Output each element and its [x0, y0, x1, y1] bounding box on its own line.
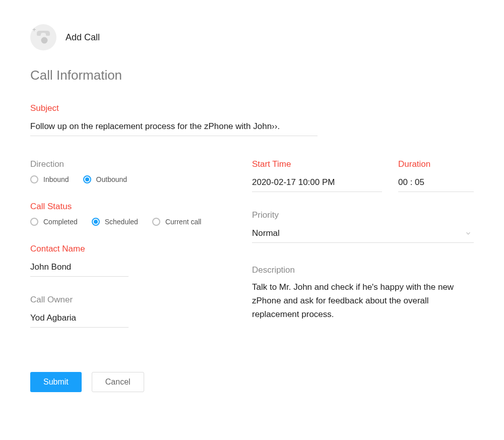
priority-select[interactable] [252, 225, 474, 243]
subject-label: Subject [30, 103, 474, 113]
radio-label: Scheduled [105, 218, 138, 226]
radio-icon [92, 218, 100, 226]
priority-field: Priority [252, 210, 474, 243]
page-title: Add Call [66, 32, 100, 43]
call-status-radio-current[interactable]: Current call [152, 218, 202, 226]
description-field: Description Talk to Mr. John and check i… [252, 265, 474, 322]
form-header: + Add Call [30, 24, 474, 50]
duration-field: Duration [398, 159, 474, 192]
submit-button[interactable]: Submit [30, 372, 82, 392]
contact-name-field: Contact Name [30, 244, 232, 277]
radio-label: Outbound [96, 175, 128, 183]
radio-label: Current call [165, 218, 202, 226]
telephone-icon [34, 28, 52, 46]
form-actions: Submit Cancel [30, 372, 474, 392]
start-time-field: Start Time [252, 159, 382, 192]
call-status-label: Call Status [30, 202, 232, 212]
subject-input[interactable] [30, 118, 318, 136]
description-text[interactable]: Talk to Mr. John and check if he's happy… [252, 280, 474, 322]
start-time-input[interactable] [252, 174, 382, 192]
radio-icon [30, 218, 38, 226]
phone-add-icon: + [30, 24, 56, 50]
radio-label: Inbound [43, 175, 69, 183]
call-status-field: Call Status Completed Scheduled Current … [30, 202, 232, 226]
direction-radio-group: Inbound Outbound [30, 175, 232, 183]
radio-icon [152, 218, 160, 226]
call-owner-input[interactable] [30, 310, 129, 328]
priority-label: Priority [252, 210, 474, 220]
radio-icon [30, 175, 38, 183]
section-title: Call Information [30, 68, 474, 83]
add-call-form: + Add Call Call Information Subject Dire… [0, 0, 504, 422]
call-owner-field: Call Owner [30, 295, 232, 328]
description-label: Description [252, 265, 474, 275]
direction-radio-inbound[interactable]: Inbound [30, 175, 69, 183]
direction-field: Direction Inbound Outbound [30, 159, 232, 183]
subject-field: Subject [30, 103, 474, 136]
right-column: Start Time Duration Priority De [252, 159, 474, 346]
cancel-button[interactable]: Cancel [92, 372, 144, 392]
contact-name-input[interactable] [30, 259, 129, 277]
call-status-radio-group: Completed Scheduled Current call [30, 218, 232, 226]
duration-input[interactable] [398, 174, 474, 192]
radio-icon [83, 175, 91, 183]
svg-point-0 [41, 37, 48, 44]
duration-label: Duration [398, 159, 474, 169]
contact-name-label: Contact Name [30, 244, 232, 254]
direction-radio-outbound[interactable]: Outbound [83, 175, 128, 183]
call-owner-label: Call Owner [30, 295, 232, 305]
start-time-label: Start Time [252, 159, 382, 169]
call-status-radio-completed[interactable]: Completed [30, 218, 78, 226]
direction-label: Direction [30, 159, 232, 169]
time-row: Start Time Duration [252, 159, 474, 192]
left-column: Direction Inbound Outbound Call Status [30, 159, 232, 346]
call-status-radio-scheduled[interactable]: Scheduled [92, 218, 138, 226]
radio-label: Completed [43, 218, 78, 226]
